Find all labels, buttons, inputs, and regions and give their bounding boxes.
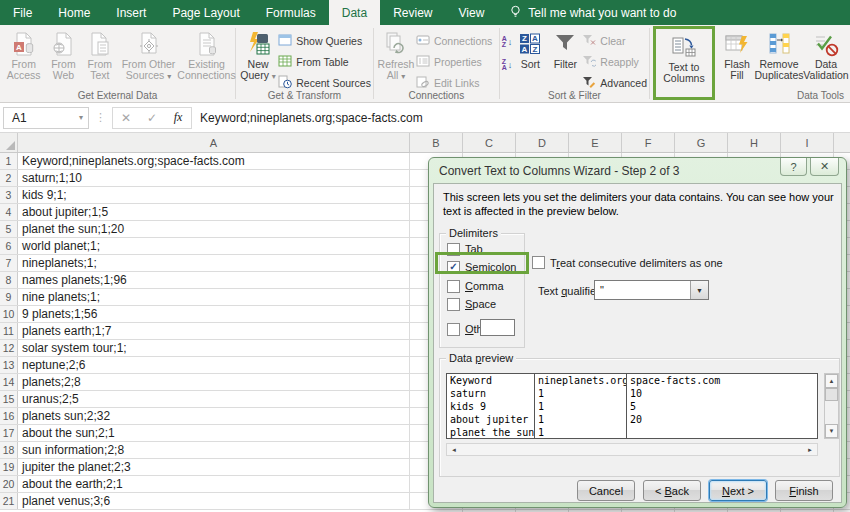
tell-me-box[interactable]: Tell me what you want to do (497, 0, 688, 25)
cell[interactable]: world planet;1; (18, 238, 410, 254)
sort-button[interactable]: ZAAZ Sort (512, 28, 548, 70)
row-number[interactable]: 16 (0, 408, 18, 424)
flash-fill-button[interactable]: Flash Fill (720, 28, 754, 81)
edit-links-button[interactable]: Edit Links (416, 75, 492, 91)
column-header-C[interactable]: C (463, 133, 516, 152)
formula-input[interactable]: Keyword;nineplanets.org;space-facts.com (200, 107, 846, 129)
text-to-columns-button[interactable]: Text to Columns (658, 29, 710, 84)
row-number[interactable]: 7 (0, 255, 18, 271)
cell[interactable]: nineplanets;1; (18, 255, 410, 271)
cancel-button[interactable]: Cancel (577, 480, 635, 501)
cell[interactable]: solar system tour;1; (18, 340, 410, 356)
row-number[interactable]: 10 (0, 306, 18, 322)
row-number[interactable]: 19 (0, 459, 18, 475)
scroll-right-icon[interactable]: ► (803, 444, 817, 455)
row-number[interactable]: 21 (0, 493, 18, 509)
cell[interactable]: saturn;1;10 (18, 170, 410, 186)
comma-checkbox[interactable] (447, 280, 460, 293)
column-header-G[interactable]: G (675, 133, 728, 152)
space-delimiter-option[interactable]: Space (447, 296, 496, 312)
row-number[interactable]: 11 (0, 323, 18, 339)
row-number[interactable]: 17 (0, 425, 18, 441)
tab-delimiter-option[interactable]: Tab (447, 241, 483, 257)
next-button[interactable]: Next > (709, 480, 767, 501)
clear-filter-button[interactable]: Clear (582, 33, 647, 49)
column-header-A[interactable]: A (18, 133, 410, 152)
tab-view[interactable]: View (446, 0, 498, 25)
close-button[interactable]: ✕ (810, 158, 839, 176)
semicolon-checkbox[interactable]: ✓ (447, 261, 460, 274)
advanced-filter-button[interactable]: Advanced (582, 75, 647, 91)
cell[interactable]: about the sun;2;1 (18, 425, 410, 441)
column-header-H[interactable]: H (728, 133, 781, 152)
data-validation-button[interactable]: Data Validation (804, 28, 848, 81)
row-number[interactable]: 6 (0, 238, 18, 254)
from-other-sources-button[interactable]: From Other Sources ▾ (118, 28, 179, 81)
cell[interactable]: planet the sun;1;20 (18, 221, 410, 237)
row-number[interactable]: 9 (0, 289, 18, 305)
other-checkbox[interactable] (447, 323, 460, 336)
column-header-I[interactable]: I (781, 133, 834, 152)
remove-duplicates-button[interactable]: Remove Duplicates (754, 28, 804, 81)
cell[interactable]: sun information;2;8 (18, 442, 410, 458)
semicolon-delimiter-option[interactable]: ✓ Semicolon (447, 259, 516, 275)
row-number[interactable]: 1 (0, 153, 18, 169)
cell[interactable]: planets;2;8 (18, 374, 410, 390)
row-number[interactable]: 14 (0, 374, 18, 390)
scroll-up-icon[interactable]: ▲ (825, 374, 838, 388)
insert-function-icon[interactable]: fx (165, 110, 191, 125)
filter-button[interactable]: Filter (548, 28, 582, 70)
help-button[interactable]: ? (780, 158, 807, 176)
cell[interactable]: planets earth;1;7 (18, 323, 410, 339)
preview-horizontal-scrollbar[interactable]: ◄ ► (446, 443, 818, 456)
tab-review[interactable]: Review (380, 0, 445, 25)
scrollbar-thumb[interactable] (825, 388, 838, 401)
comma-delimiter-option[interactable]: Comma (447, 278, 504, 294)
refresh-all-button[interactable]: Refresh All ▾ (376, 28, 416, 81)
preview-vertical-scrollbar[interactable]: ▲ ▼ (824, 373, 839, 439)
finish-button[interactable]: Finish (775, 480, 833, 501)
row-number[interactable]: 5 (0, 221, 18, 237)
row-number[interactable]: 8 (0, 272, 18, 288)
column-header-E[interactable]: E (569, 133, 622, 152)
reapply-filter-button[interactable]: Reapply (582, 54, 647, 70)
column-header-F[interactable]: F (622, 133, 675, 152)
space-checkbox[interactable] (447, 298, 460, 311)
select-all-corner[interactable] (0, 133, 18, 152)
dropdown-arrow-icon[interactable]: ▼ (690, 281, 708, 299)
cell[interactable]: about the earth;2;1 (18, 476, 410, 492)
existing-connections-button[interactable]: Existing Connections (180, 28, 233, 81)
cell[interactable]: uranus;2;5 (18, 391, 410, 407)
row-number[interactable]: 4 (0, 204, 18, 220)
cell[interactable]: 9 planets;1;56 (18, 306, 410, 322)
column-header-B[interactable]: B (410, 133, 463, 152)
tab-home[interactable]: Home (45, 0, 103, 25)
connections-button[interactable]: Connections (416, 33, 492, 49)
cell[interactable]: neptune;2;6 (18, 357, 410, 373)
from-web-button[interactable]: From Web (45, 28, 81, 81)
new-query-button[interactable]: New Query ▾ (238, 28, 278, 81)
properties-button[interactable]: Properties (416, 54, 492, 70)
cell[interactable]: nine planets;1; (18, 289, 410, 305)
row-number[interactable]: 18 (0, 442, 18, 458)
sort-az-button[interactable]: AZ↓ (502, 34, 513, 49)
row-number[interactable]: 12 (0, 340, 18, 356)
tab-formulas[interactable]: Formulas (253, 0, 329, 25)
other-delimiter-input[interactable] (480, 319, 515, 336)
row-number[interactable]: 3 (0, 187, 18, 203)
treat-consecutive-checkbox[interactable] (532, 256, 545, 269)
cell[interactable]: names planets;1;96 (18, 272, 410, 288)
show-queries-button[interactable]: Show Queries (278, 33, 371, 49)
scroll-down-icon[interactable]: ▼ (825, 424, 838, 438)
cancel-entry-icon[interactable]: ✕ (113, 111, 139, 125)
treat-consecutive-option[interactable]: Treat consecutive delimiters as one (532, 256, 723, 269)
row-number[interactable]: 20 (0, 476, 18, 492)
from-access-button[interactable]: A From Access (2, 28, 45, 81)
tab-checkbox[interactable] (447, 243, 460, 256)
from-table-button[interactable]: From Table (278, 54, 371, 70)
tab-file[interactable]: File (0, 0, 45, 25)
cell[interactable]: planets sun;2;32 (18, 408, 410, 424)
column-header-D[interactable]: D (516, 133, 569, 152)
cell[interactable]: kids 9;1; (18, 187, 410, 203)
tab-page-layout[interactable]: Page Layout (159, 0, 252, 25)
